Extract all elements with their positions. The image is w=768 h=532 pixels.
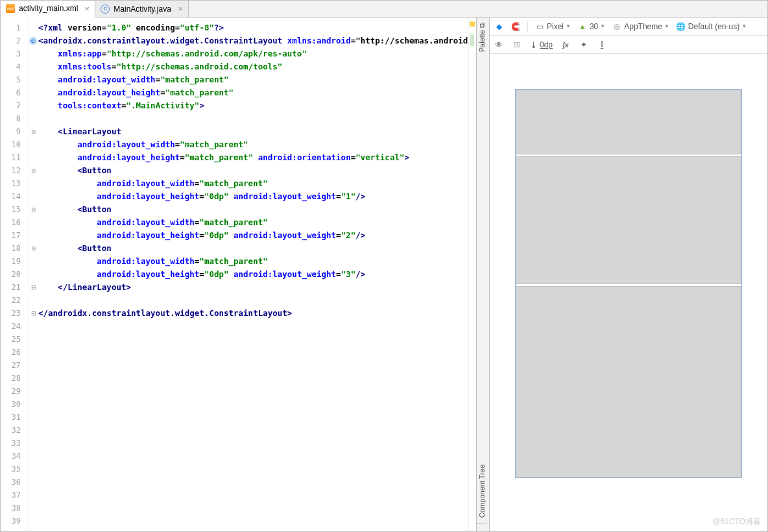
line-number-gutter: 1234567891011121314151617181920212223242… xyxy=(1,18,29,531)
editor-tabs: xml activity_main.xml ✕ C MainActivity.j… xyxy=(1,1,767,18)
tab-main-activity[interactable]: C MainActivity.java ✕ xyxy=(95,1,188,17)
chevron-down-icon: ▼ xyxy=(741,23,747,29)
globe-icon: 🌐 xyxy=(676,21,686,32)
chevron-down-icon: ▼ xyxy=(664,23,669,29)
preview-button-1[interactable] xyxy=(516,90,741,154)
change-marker-icon xyxy=(470,34,474,46)
device-selector[interactable]: ▭ Pixel ▼ xyxy=(534,21,571,32)
close-icon[interactable]: ✕ xyxy=(178,5,183,12)
layout-canvas[interactable]: @51CTO博客 xyxy=(490,54,767,531)
clear-constraints-icon[interactable]: ∫x xyxy=(560,40,571,50)
xml-file-icon: xml xyxy=(6,4,15,13)
fold-column[interactable]: C⊖⊖⊖⊖⊟⊟ xyxy=(29,18,38,531)
chevron-down-icon: ▼ xyxy=(566,23,571,29)
theme-icon: ◎ xyxy=(612,21,622,32)
tool-window-tabs: Palette ⧉ Component Tree xyxy=(477,18,490,531)
default-margin[interactable]: ⭳ 0dp xyxy=(530,40,553,49)
design-toolbar: ◆ 🧲 ▭ Pixel ▼ ▲ 30 ▼ ◎ AppT xyxy=(490,18,767,36)
device-frame xyxy=(515,89,742,478)
design-preview-pane: Palette ⧉ Component Tree ◆ 🧲 ▭ Pixel ▼ xyxy=(477,18,767,531)
java-file-icon: C xyxy=(101,5,110,14)
infer-constraints-icon[interactable]: ✦ xyxy=(579,40,589,50)
component-tree-tab[interactable]: Component Tree xyxy=(477,459,487,524)
preview-button-3[interactable] xyxy=(516,286,741,478)
api-selector[interactable]: ▲ 30 ▼ xyxy=(577,21,605,32)
chevron-down-icon: ▼ xyxy=(600,23,605,29)
surface-icon[interactable]: ◆ xyxy=(494,21,504,32)
locale-selector[interactable]: 🌐 Default (en-us) ▼ xyxy=(676,21,747,32)
tab-activity-main[interactable]: xml activity_main.xml ✕ xyxy=(1,1,95,18)
guidelines-icon[interactable]: I xyxy=(597,40,607,50)
palette-tab[interactable]: Palette ⧉ xyxy=(477,18,487,57)
code-area[interactable]: <?xml version="1.0" encoding="utf-8"?><a… xyxy=(38,18,468,531)
tab-label: activity_main.xml xyxy=(19,4,78,13)
autoconnect-icon[interactable]: ✕⃝ xyxy=(512,40,522,50)
tab-label: MainActivity.java xyxy=(114,5,171,14)
error-stripe xyxy=(468,18,476,531)
android-icon: ▲ xyxy=(577,21,588,32)
code-editor[interactable]: 1234567891011121314151617181920212223242… xyxy=(1,18,477,531)
orientation-icon[interactable]: 🧲 xyxy=(510,21,521,32)
theme-selector[interactable]: ◎ AppTheme ▼ xyxy=(612,21,669,32)
close-icon[interactable]: ✕ xyxy=(84,5,90,12)
design-toolbar-2: 👁 ✕⃝ ⭳ 0dp ∫x ✦ I xyxy=(490,36,767,54)
watermark: @51CTO博客 xyxy=(712,516,761,527)
warning-marker-icon xyxy=(470,21,475,27)
view-options-icon[interactable]: 👁 xyxy=(494,40,504,50)
preview-button-2[interactable] xyxy=(516,156,741,284)
device-icon: ▭ xyxy=(534,21,545,32)
